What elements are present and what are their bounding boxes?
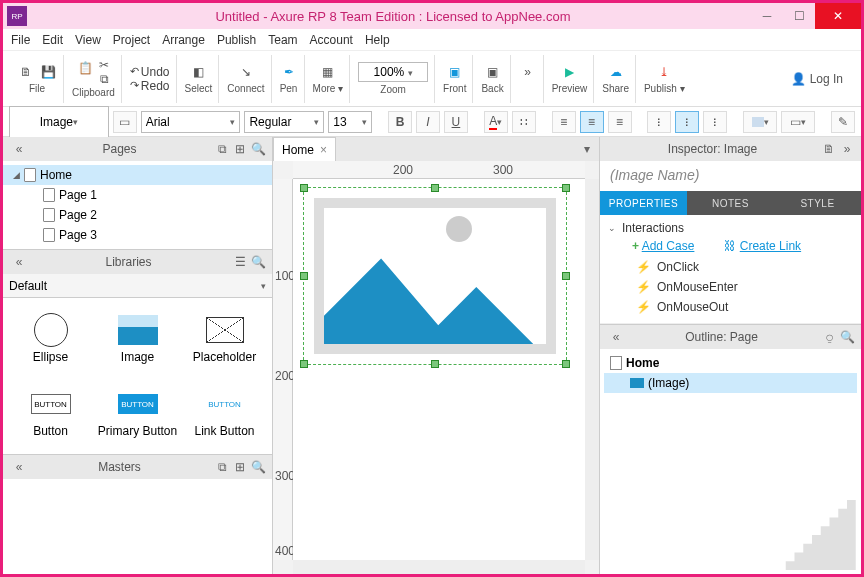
close-button[interactable]: ✕ [815,3,861,29]
align-left-button[interactable]: ≡ [552,111,576,133]
login-button[interactable]: 👤 Log In [791,72,853,86]
widget-image[interactable]: Image [96,304,179,374]
resize-handle[interactable] [300,184,308,192]
underline-button[interactable]: U [444,111,468,133]
shape-select[interactable]: Image▾ [9,106,109,138]
copy-icon[interactable]: ⧉ [98,73,110,85]
widget-placeholder[interactable]: Placeholder [183,304,266,374]
selected-image-widget[interactable] [303,187,567,365]
shape-picker-icon[interactable]: ▭ [113,111,137,133]
expand-icon[interactable]: ◢ [13,170,20,180]
resize-handle[interactable] [300,360,308,368]
font-style-select[interactable]: Regular▾ [244,111,324,133]
horizontal-scrollbar[interactable] [293,560,585,574]
widget-button[interactable]: BUTTONButton [9,378,92,448]
collapse-icon[interactable]: « [11,141,27,157]
collapse-icon[interactable]: « [608,329,624,345]
search-pages-icon[interactable]: 🔍 [250,141,266,157]
tab-menu-icon[interactable]: ▾ [579,141,595,157]
library-select[interactable]: Default▾ [3,274,272,298]
maximize-button[interactable]: ☐ [783,3,815,29]
collapse-icon[interactable]: « [11,459,27,475]
italic-button[interactable]: I [416,111,440,133]
valign-bottom-button[interactable]: ⫶ [703,111,727,133]
pen-icon[interactable]: ✒ [280,63,298,81]
connect-icon[interactable]: ↘ [237,63,255,81]
share-icon[interactable]: ☁ [607,63,625,81]
resize-handle[interactable] [562,184,570,192]
expand-icon[interactable]: » [519,63,537,81]
menu-help[interactable]: Help [365,33,390,47]
page-row[interactable]: Page 2 [3,205,272,225]
front-icon[interactable]: ▣ [446,63,464,81]
vertical-scrollbar[interactable] [585,179,599,560]
event-row[interactable]: ⚡OnMouseOut [636,297,853,317]
preview-icon[interactable]: ▶ [560,63,578,81]
event-row[interactable]: ⚡OnMouseEnter [636,277,853,297]
align-center-button[interactable]: ≡ [580,111,604,133]
resize-handle[interactable] [431,360,439,368]
save-icon[interactable]: 💾 [39,63,57,81]
resize-handle[interactable] [562,360,570,368]
menu-publish[interactable]: Publish [217,33,256,47]
add-page-icon[interactable]: ⊞ [232,141,248,157]
undo-button[interactable]: ↶ Undo [130,65,170,79]
add-master-icon[interactable]: ⊞ [232,459,248,475]
collapse-icon[interactable]: « [11,254,27,270]
widget-ellipse[interactable]: Ellipse [9,304,92,374]
chevron-down-icon[interactable]: ⌄ [608,223,616,233]
align-right-button[interactable]: ≡ [608,111,632,133]
new-file-icon[interactable]: 🗎 [17,63,35,81]
select-icon[interactable]: ◧ [189,63,207,81]
bold-button[interactable]: B [388,111,412,133]
search-outline-icon[interactable]: 🔍 [839,329,855,345]
tab-properties[interactable]: PROPERTIES [600,191,687,215]
widget-name-input[interactable]: (Image Name) [600,161,861,191]
filter-icon[interactable]: ⍜ [821,329,837,345]
zoom-input[interactable]: 100% ▾ [358,62,428,82]
add-folder-icon[interactable]: ⧉ [214,459,230,475]
back-icon[interactable]: ▣ [484,63,502,81]
canvas-area[interactable]: 200 300 100 200 300 400 [273,161,599,574]
more-icon[interactable]: ▦ [319,63,337,81]
menu-view[interactable]: View [75,33,101,47]
cut-icon[interactable]: ✂ [98,59,110,71]
page-row[interactable]: Page 3 [3,225,272,245]
fill-color-button[interactable]: ▾ [743,111,777,133]
collapse-icon[interactable]: » [839,141,855,157]
minimize-button[interactable]: ─ [751,3,783,29]
redo-button[interactable]: ↷ Redo [130,79,170,93]
widget-primary-button[interactable]: BUTTONPrimary Button [96,378,179,448]
menu-edit[interactable]: Edit [42,33,63,47]
text-color-button[interactable]: A ▾ [484,111,508,133]
resize-handle[interactable] [562,272,570,280]
valign-middle-button[interactable]: ⫶ [675,111,699,133]
resize-handle[interactable] [300,272,308,280]
canvas-tab-home[interactable]: Home× [273,137,336,161]
menu-file[interactable]: File [11,33,30,47]
event-row[interactable]: ⚡OnClick [636,257,853,277]
menu-arrange[interactable]: Arrange [162,33,205,47]
tab-notes[interactable]: NOTES [687,191,774,215]
tab-style[interactable]: STYLE [774,191,861,215]
font-select[interactable]: Arial▾ [141,111,241,133]
add-folder-icon[interactable]: ⧉ [214,141,230,157]
menu-team[interactable]: Team [268,33,297,47]
valign-top-button[interactable]: ⫶ [647,111,671,133]
outline-row-page[interactable]: Home [604,353,857,373]
border-button[interactable]: ▭▾ [781,111,815,133]
paste-icon[interactable]: 📋 [76,59,94,77]
resize-handle[interactable] [431,184,439,192]
more-text-button[interactable]: ∷ [512,111,536,133]
menu-account[interactable]: Account [310,33,353,47]
close-tab-icon[interactable]: × [320,143,327,157]
publish-label[interactable]: Publish ▾ [644,83,685,94]
outline-row-image[interactable]: (Image) [604,373,857,393]
menu-project[interactable]: Project [113,33,150,47]
font-size-select[interactable]: 13▾ [328,111,372,133]
canvas[interactable] [293,179,585,560]
eyedropper-button[interactable]: ✎ [831,111,855,133]
create-link-link[interactable]: Create Link [740,239,801,253]
search-lib-icon[interactable]: 🔍 [250,254,266,270]
add-case-link[interactable]: Add Case [642,239,695,253]
